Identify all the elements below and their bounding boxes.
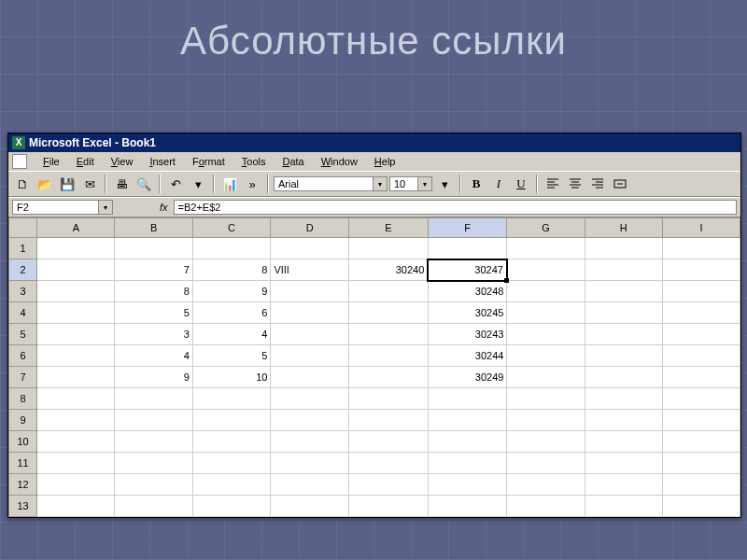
cell-G9[interactable] <box>507 410 585 431</box>
more-icon[interactable]: ▾ <box>434 174 455 194</box>
cell-A8[interactable] <box>37 388 115 410</box>
row-header-8[interactable]: 8 <box>9 388 37 410</box>
column-header-F[interactable]: F <box>428 218 507 238</box>
cell-A2[interactable] <box>37 259 115 281</box>
italic-button[interactable]: I <box>488 174 509 194</box>
cell-B8[interactable] <box>115 388 192 410</box>
cell-I12[interactable] <box>662 474 740 496</box>
cell-G10[interactable] <box>507 431 585 453</box>
cell-D10[interactable] <box>271 431 349 453</box>
cell-A4[interactable] <box>37 302 115 324</box>
cell-F4[interactable]: 30245 <box>428 302 507 324</box>
menu-file[interactable]: File <box>35 154 68 169</box>
cell-E8[interactable] <box>349 388 429 410</box>
cell-H1[interactable] <box>585 238 662 259</box>
row-header-2[interactable]: 2 <box>9 259 37 281</box>
menu-view[interactable]: View <box>103 154 142 169</box>
cell-E11[interactable] <box>349 453 429 474</box>
cell-C2[interactable]: 8 <box>192 259 271 281</box>
cell-F10[interactable] <box>428 431 507 453</box>
cell-I1[interactable] <box>662 238 740 259</box>
row-header-7[interactable]: 7 <box>9 367 37 388</box>
mail-icon[interactable]: ✉ <box>79 174 100 194</box>
menu-insert[interactable]: Insert <box>141 154 184 169</box>
cell-H9[interactable] <box>585 410 662 431</box>
font-name-select[interactable]: Arial ▾ <box>274 176 388 191</box>
cell-H3[interactable] <box>585 281 662 302</box>
cell-F6[interactable]: 30244 <box>428 345 507 367</box>
cell-F13[interactable] <box>428 496 507 517</box>
menu-window[interactable]: Window <box>313 154 366 169</box>
cell-H13[interactable] <box>585 496 662 517</box>
column-header-G[interactable]: G <box>507 218 585 238</box>
undo-icon[interactable]: ↶ <box>165 174 186 194</box>
align-right-icon[interactable] <box>587 174 608 194</box>
cell-E7[interactable] <box>349 367 429 388</box>
cell-C11[interactable] <box>192 453 271 474</box>
cell-A6[interactable] <box>37 345 115 367</box>
cell-H8[interactable] <box>585 388 662 410</box>
cell-D11[interactable] <box>271 453 349 474</box>
cell-G8[interactable] <box>507 388 585 410</box>
chart-icon[interactable]: 📊 <box>219 174 240 194</box>
cell-G12[interactable] <box>507 474 585 496</box>
cell-C5[interactable]: 4 <box>192 324 271 345</box>
cell-F2[interactable]: 30247 <box>428 259 507 281</box>
cell-A13[interactable] <box>37 496 115 517</box>
cell-C10[interactable] <box>192 431 271 453</box>
cell-E13[interactable] <box>349 496 429 517</box>
cell-D4[interactable] <box>271 302 349 324</box>
cell-I11[interactable] <box>662 453 740 474</box>
preview-icon[interactable]: 🔍 <box>134 174 154 194</box>
cell-H2[interactable] <box>585 259 662 281</box>
formula-input[interactable]: =B2+E$2 <box>174 200 737 215</box>
cell-F3[interactable]: 30248 <box>428 281 507 302</box>
menu-format[interactable]: Format <box>184 154 233 169</box>
underline-button[interactable]: U <box>511 174 531 194</box>
select-all-corner[interactable] <box>9 218 37 238</box>
cell-I7[interactable] <box>662 367 740 388</box>
cell-B9[interactable] <box>115 410 192 431</box>
row-header-12[interactable]: 12 <box>9 474 37 496</box>
cell-A7[interactable] <box>37 367 115 388</box>
cell-H12[interactable] <box>585 474 662 496</box>
cell-F8[interactable] <box>428 388 507 410</box>
save-icon[interactable]: 💾 <box>57 174 78 194</box>
cell-H11[interactable] <box>585 453 662 474</box>
chevron-down-icon[interactable]: ▾ <box>373 177 387 190</box>
cell-D9[interactable] <box>271 410 349 431</box>
cell-B12[interactable] <box>115 474 192 496</box>
cell-C9[interactable] <box>192 410 271 431</box>
cell-E6[interactable] <box>349 345 429 367</box>
row-header-11[interactable]: 11 <box>9 453 37 474</box>
cell-C7[interactable]: 10 <box>192 367 271 388</box>
cell-E4[interactable] <box>349 302 429 324</box>
cell-C8[interactable] <box>192 388 271 410</box>
cell-H4[interactable] <box>585 302 662 324</box>
font-size-select[interactable]: 10 ▾ <box>389 176 432 191</box>
cell-E9[interactable] <box>349 410 429 431</box>
cell-H7[interactable] <box>585 367 662 388</box>
cell-G11[interactable] <box>507 453 585 474</box>
cell-I2[interactable] <box>662 259 740 281</box>
menu-help[interactable]: Help <box>366 154 404 169</box>
cell-I4[interactable] <box>662 302 740 324</box>
align-center-icon[interactable] <box>565 174 585 194</box>
cell-D8[interactable] <box>271 388 349 410</box>
column-header-H[interactable]: H <box>585 218 662 238</box>
fx-icon[interactable]: fx <box>160 202 168 213</box>
cell-G3[interactable] <box>507 281 585 302</box>
cell-E1[interactable] <box>349 238 429 259</box>
cell-F12[interactable] <box>428 474 507 496</box>
menu-data[interactable]: Data <box>274 154 312 169</box>
cell-G1[interactable] <box>507 238 585 259</box>
cell-B4[interactable]: 5 <box>115 302 192 324</box>
more-icon[interactable]: » <box>242 174 262 194</box>
row-header-6[interactable]: 6 <box>9 345 37 367</box>
cell-D1[interactable] <box>271 238 349 259</box>
bold-button[interactable]: B <box>466 174 486 194</box>
cell-I5[interactable] <box>662 324 740 345</box>
cell-C6[interactable]: 5 <box>192 345 271 367</box>
menu-edit[interactable]: Edit <box>68 154 103 169</box>
cell-E2[interactable]: 30240 <box>349 259 429 281</box>
